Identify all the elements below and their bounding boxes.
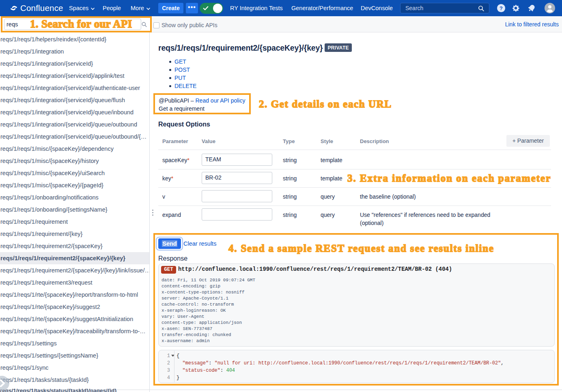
svg-text:?: ? <box>500 5 503 11</box>
